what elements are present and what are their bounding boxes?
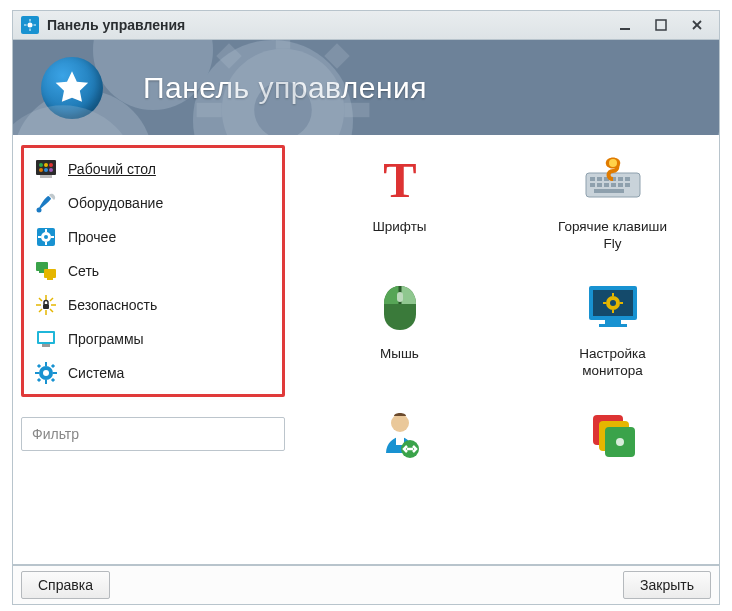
svg-rect-90 xyxy=(620,302,623,304)
svg-rect-61 xyxy=(37,378,41,382)
app-users[interactable] xyxy=(293,395,506,520)
svg-line-45 xyxy=(39,298,42,301)
svg-text:T: T xyxy=(383,153,416,208)
system-icon xyxy=(34,361,58,385)
category-programs[interactable]: Программы xyxy=(30,322,276,356)
svg-point-91 xyxy=(391,414,409,432)
category-label: Безопасность xyxy=(68,297,157,313)
svg-rect-15 xyxy=(216,43,241,68)
svg-point-78 xyxy=(609,159,617,167)
svg-point-32 xyxy=(44,235,48,239)
app-monitor[interactable]: Настройка монитора xyxy=(506,268,719,393)
category-network[interactable]: Сеть xyxy=(30,254,276,288)
app-mouse[interactable]: Мышь xyxy=(293,268,506,393)
svg-rect-76 xyxy=(625,183,630,187)
svg-rect-51 xyxy=(39,333,53,342)
svg-line-48 xyxy=(50,298,53,301)
footer: Справка Закрыть xyxy=(12,565,720,605)
category-label: Система xyxy=(68,365,124,381)
mouse-icon xyxy=(368,276,432,340)
svg-point-29 xyxy=(37,208,42,213)
left-pane: Рабочий стол Оборудование Прочее xyxy=(13,135,293,564)
svg-rect-14 xyxy=(344,103,369,117)
svg-rect-28 xyxy=(40,175,52,178)
app-label: Настройка монитора xyxy=(579,346,645,380)
body: Рабочий стол Оборудование Прочее xyxy=(12,135,720,565)
close-button[interactable]: Закрыть xyxy=(623,571,711,599)
category-label: Прочее xyxy=(68,229,116,245)
category-label: Программы xyxy=(68,331,144,347)
svg-rect-13 xyxy=(197,103,222,117)
themes-icon xyxy=(581,403,645,467)
svg-rect-72 xyxy=(597,183,602,187)
svg-rect-58 xyxy=(53,372,57,374)
network-icon xyxy=(34,259,58,283)
svg-point-54 xyxy=(43,370,49,376)
hardware-icon xyxy=(34,191,58,215)
other-icon xyxy=(34,225,58,249)
svg-rect-6 xyxy=(656,20,666,30)
svg-rect-83 xyxy=(605,320,621,324)
svg-rect-34 xyxy=(45,242,47,245)
users-icon xyxy=(368,403,432,467)
svg-rect-87 xyxy=(612,293,614,296)
svg-rect-36 xyxy=(51,236,54,238)
svg-rect-55 xyxy=(45,362,47,366)
svg-rect-62 xyxy=(51,378,55,382)
svg-rect-16 xyxy=(324,43,349,68)
hotkeys-icon xyxy=(581,149,645,213)
svg-rect-40 xyxy=(47,278,53,280)
security-icon xyxy=(34,293,58,317)
svg-point-19 xyxy=(13,105,138,135)
svg-rect-57 xyxy=(35,372,39,374)
svg-rect-80 xyxy=(397,292,403,302)
app-icon xyxy=(21,16,39,34)
programs-icon xyxy=(34,327,58,351)
help-button[interactable]: Справка xyxy=(21,571,110,599)
svg-line-46 xyxy=(50,309,53,312)
app-themes[interactable] xyxy=(506,395,719,520)
svg-rect-60 xyxy=(51,364,55,368)
svg-point-26 xyxy=(44,168,48,172)
svg-point-86 xyxy=(610,300,616,306)
app-fonts[interactable]: T Шрифты xyxy=(293,141,506,266)
svg-rect-59 xyxy=(37,364,41,368)
category-system[interactable]: Система xyxy=(30,356,276,390)
header-banner: Панель управления xyxy=(12,40,720,135)
desktop-icon xyxy=(34,157,58,181)
svg-rect-21 xyxy=(36,160,56,175)
svg-rect-65 xyxy=(590,177,595,181)
category-list: Рабочий стол Оборудование Прочее xyxy=(21,145,285,397)
app-label: Горячие клавиши Fly xyxy=(558,219,667,253)
maximize-button[interactable] xyxy=(647,14,675,36)
minimize-button[interactable] xyxy=(611,14,639,36)
svg-rect-89 xyxy=(603,302,606,304)
svg-rect-52 xyxy=(42,344,50,347)
filter-input[interactable] xyxy=(21,417,285,451)
app-hotkeys[interactable]: Горячие клавиши Fly xyxy=(506,141,719,266)
titlebar: Панель управления xyxy=(12,10,720,40)
close-window-button[interactable] xyxy=(683,14,711,36)
svg-point-0 xyxy=(28,23,33,28)
svg-rect-39 xyxy=(44,269,56,278)
svg-rect-56 xyxy=(45,380,47,384)
svg-rect-74 xyxy=(611,183,616,187)
svg-rect-69 xyxy=(618,177,623,181)
window-root: Панель управления Панель управления xyxy=(0,0,732,611)
svg-rect-75 xyxy=(618,183,623,187)
category-security[interactable]: Безопасность xyxy=(30,288,276,322)
svg-point-23 xyxy=(44,163,48,167)
svg-point-25 xyxy=(39,168,43,172)
category-hardware[interactable]: Оборудование xyxy=(30,186,276,220)
category-desktop[interactable]: Рабочий стол xyxy=(30,152,276,186)
right-pane: T Шрифты Горячие клавиши Fly Мышь xyxy=(293,135,719,564)
window-title: Панель управления xyxy=(47,17,603,33)
svg-rect-77 xyxy=(594,189,624,193)
category-label: Сеть xyxy=(68,263,99,279)
category-label: Рабочий стол xyxy=(68,161,156,177)
svg-point-24 xyxy=(49,163,53,167)
svg-rect-73 xyxy=(604,183,609,187)
category-other[interactable]: Прочее xyxy=(30,220,276,254)
svg-rect-35 xyxy=(38,236,41,238)
app-grid: T Шрифты Горячие клавиши Fly Мышь xyxy=(293,141,719,520)
